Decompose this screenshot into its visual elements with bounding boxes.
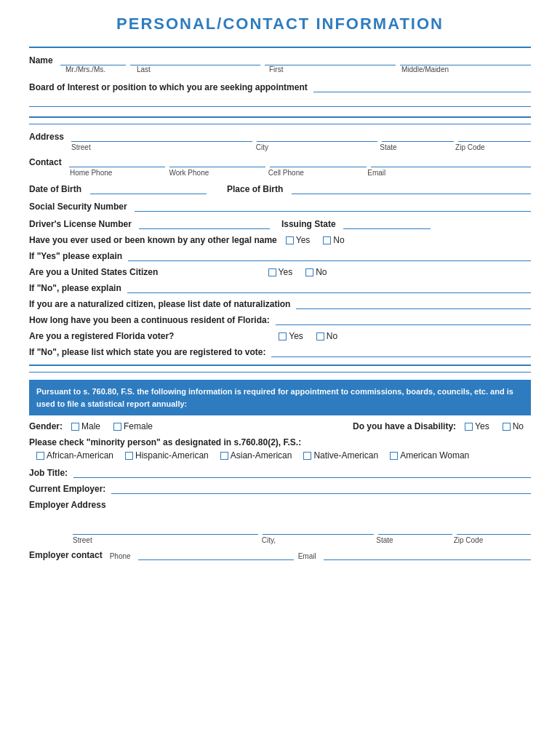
fl-voter-yes-checkbox[interactable]: Yes (279, 331, 303, 341)
minority-label: Please check "minority person" as design… (29, 437, 301, 447)
american-woman-checkbox[interactable]: American Woman (390, 450, 469, 461)
fl-voter-no-checkbox[interactable]: No (316, 331, 337, 341)
gender-female-checkbox[interactable]: Female (113, 421, 153, 431)
disability-no-checkbox[interactable]: No (503, 421, 524, 431)
address-label: Address (29, 132, 64, 142)
address-city-sublabel: City (256, 143, 377, 151)
asian-american-checkbox[interactable]: Asian-American (220, 450, 292, 461)
hispanic-american-checkbox[interactable]: Hispanic-American (125, 450, 209, 461)
name-prefix-sublabel: Mr./Mrs./Ms. (65, 65, 131, 73)
info-banner: Pursuant to s. 760.80, F.S. the followin… (29, 380, 531, 415)
address-state-sublabel: State (380, 143, 452, 151)
employer-address-label: Employer Address (29, 500, 106, 510)
citizen-yes-checkbox[interactable]: Yes (268, 267, 293, 277)
contact-work-sublabel: Work Phone (169, 169, 265, 177)
name-first-sublabel: First (266, 65, 396, 73)
gender-male-checkbox[interactable]: Male (71, 421, 100, 431)
legal-name-label: Have you ever used or been known by any … (29, 235, 277, 245)
if-yes-label: If "Yes" please explain (29, 251, 122, 261)
employer-zip-sublabel: Zip Code (454, 536, 528, 544)
which-state-label: If "No", please list which state you are… (29, 347, 265, 357)
citizen-no-checkbox[interactable]: No (305, 267, 327, 277)
contact-cell-sublabel: Cell Phone (268, 169, 364, 177)
resident-label: How long have you been a continuous resi… (29, 315, 270, 325)
dob-label: Date of Birth (29, 184, 81, 194)
issuing-state-label: Issuing State (281, 219, 336, 229)
name-label: Name (29, 55, 53, 65)
employer-city-sublabel: City, (262, 536, 374, 544)
naturalized-label: If you are a naturalized citizen, please… (29, 299, 290, 309)
board-label: Board of Interest or position to which y… (29, 82, 308, 92)
address-street-sublabel: Street (71, 143, 253, 151)
address-zip-sublabel: Zip Code (455, 143, 528, 151)
legal-name-no-checkbox[interactable]: No (323, 235, 344, 245)
pob-label: Place of Birth (227, 184, 283, 194)
ssn-label: Social Security Number (29, 202, 127, 212)
disability-yes-checkbox[interactable]: Yes (465, 421, 489, 431)
gender-label: Gender: (29, 421, 63, 431)
current-employer-label: Current Employer: (29, 484, 105, 494)
citizen-label: Are you a United States Citizen (29, 267, 158, 277)
employer-contact-label: Employer contact (29, 550, 103, 560)
dl-label: Driver's License Number (29, 219, 132, 229)
native-american-checkbox[interactable]: Native-American (303, 450, 378, 461)
contact-email-sublabel: Email (367, 169, 528, 177)
employer-state-sublabel: State (376, 536, 450, 544)
if-no-citizen-label: If "No", please explain (29, 283, 121, 293)
name-last-sublabel: Last (134, 65, 263, 73)
contact-home-sublabel: Home Phone (70, 169, 166, 177)
name-middle-sublabel: Middle/Maiden (399, 65, 528, 73)
page-title: PERSONAL/CONTACT INFORMATION (29, 15, 531, 33)
fl-voter-label: Are you a registered Florida voter? (29, 331, 174, 341)
african-american-checkbox[interactable]: African-American (36, 450, 113, 461)
email-label: Email (298, 552, 316, 560)
phone-label: Phone (110, 552, 131, 560)
contact-label: Contact (29, 157, 62, 167)
employer-street-sublabel: Street (73, 536, 259, 544)
job-title-label: Job Title: (29, 468, 68, 478)
legal-name-yes-checkbox[interactable]: Yes (286, 235, 311, 245)
disability-label: Do you have a Disability: (353, 421, 456, 431)
